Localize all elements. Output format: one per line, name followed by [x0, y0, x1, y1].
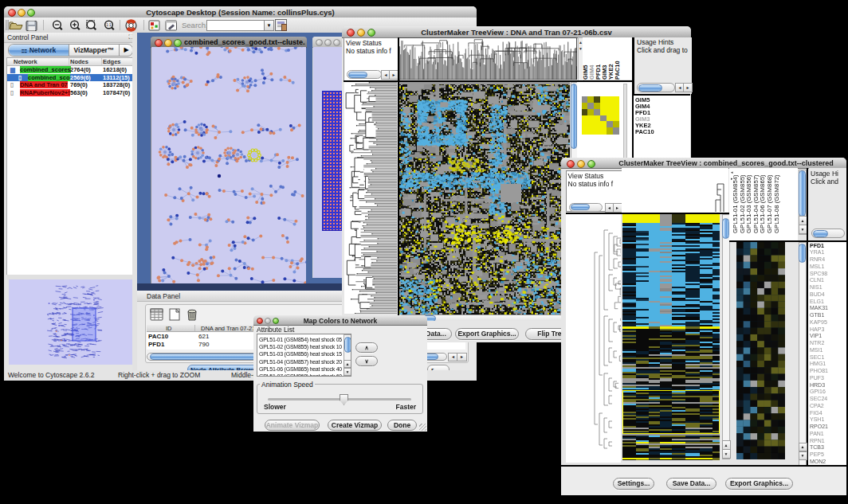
svg-text:1:1: 1:1: [106, 23, 112, 27]
svg-text:Search:: Search:: [182, 21, 208, 29]
